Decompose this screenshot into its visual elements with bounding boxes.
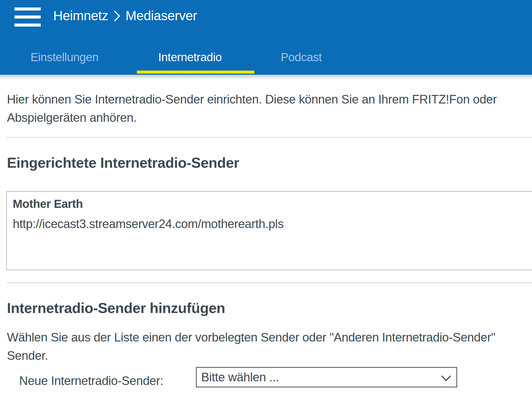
section-divider [7, 137, 532, 138]
station-list-box: Mother Earth http://icecast3.streamserve… [6, 191, 532, 270]
header-shadow [0, 75, 532, 80]
new-station-select[interactable]: Bitte wählen ... [196, 367, 457, 387]
tab-internetradio[interactable]: Internetradio [158, 51, 222, 64]
breadcrumb-mediaserver: Mediaserver [126, 8, 197, 23]
configured-stations-heading: Eingerichtete Internetradio-Sender [7, 154, 239, 171]
select-chevron-down-icon [441, 375, 451, 382]
breadcrumb-heimnetz[interactable]: Heimnetz [53, 8, 108, 23]
app-header: Heimnetz Mediaserver Einstellungen Inter… [0, 0, 532, 75]
intro-text-line2: Abspielgeräten anhören. [7, 108, 137, 127]
add-station-description-line2: Sender. [7, 346, 48, 365]
station-name: Mother Earth [13, 196, 83, 212]
new-station-select-value: Bitte wählen ... [201, 370, 279, 384]
new-station-select-label: Neue Internetradio-Sender: [19, 373, 163, 389]
active-tab-underline [137, 71, 254, 74]
add-station-description-line1: Wählen Sie aus der Liste einen der vorbe… [7, 328, 495, 346]
breadcrumb: Heimnetz Mediaserver [53, 7, 197, 24]
breadcrumb-chevron-icon [113, 10, 121, 22]
tab-einstellungen[interactable]: Einstellungen [30, 51, 99, 64]
hamburger-menu-icon[interactable] [14, 7, 41, 27]
tab-podcast[interactable]: Podcast [281, 51, 322, 64]
mediaserver-page: Heimnetz Mediaserver Einstellungen Inter… [0, 0, 532, 401]
intro-text-line1: Hier können Sie Internetradio-Sender ein… [7, 90, 497, 108]
section-divider [7, 282, 532, 283]
add-station-heading: Internetradio-Sender hinzufügen [7, 300, 225, 316]
station-url: http://icecast3.streamserver24.com/mothe… [13, 216, 284, 232]
